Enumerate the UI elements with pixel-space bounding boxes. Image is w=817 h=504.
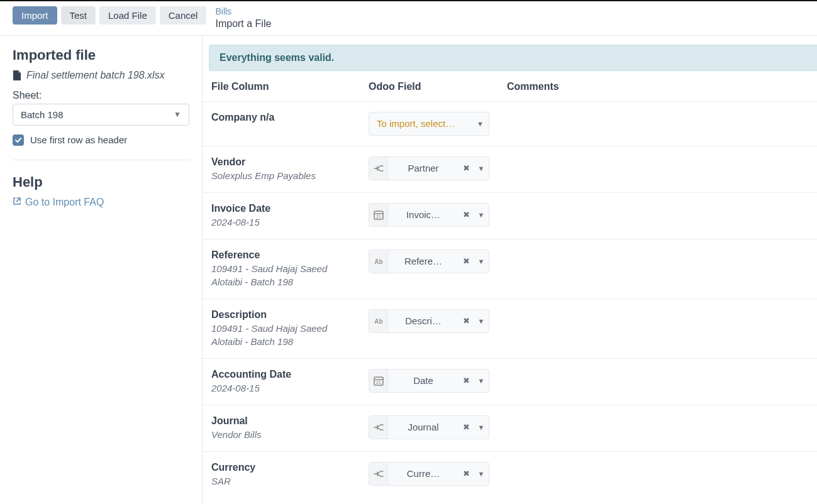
field-type-icon xyxy=(369,310,388,332)
odoo-field-label: Invoic… xyxy=(388,204,459,226)
file-column-name: Journal xyxy=(211,415,369,427)
mapping-row: Accounting Date 2024-08-15 Date ✖ ▼ xyxy=(203,358,817,405)
clear-field-icon[interactable]: ✖ xyxy=(459,250,474,273)
file-icon xyxy=(13,70,21,81)
file-column-sample: 109491 - Saud Hajaj Saeed Alotaibi - Bat… xyxy=(211,322,343,348)
clear-field-icon[interactable]: ✖ xyxy=(459,463,474,485)
header-odoo-field: Odoo Field xyxy=(369,81,507,92)
mapping-row: Invoice Date 2024-08-15 Invoic… ✖ ▼ xyxy=(203,192,817,239)
file-column-name: Accounting Date xyxy=(211,369,369,380)
breadcrumb-parent-link[interactable]: Bills xyxy=(215,6,271,18)
first-row-header-label: Use first row as header xyxy=(30,134,127,145)
mapping-row: Reference 109491 - Saud Hajaj Saeed Alot… xyxy=(203,239,817,299)
divider xyxy=(13,160,189,160)
topbar: Import Test Load File Cancel Bills Impor… xyxy=(0,0,817,35)
mapping-row: Currency SAR Curre… ✖ ▼ xyxy=(203,451,817,498)
file-column-name: Reference xyxy=(211,249,369,261)
help-heading: Help xyxy=(13,174,189,190)
mapping-row: Company n/a To import, select… ▼ xyxy=(203,101,817,146)
odoo-field-select-empty[interactable]: To import, select… ▼ xyxy=(369,112,489,136)
mapping-row: Journal Vendor Bills Journal ✖ ▼ xyxy=(203,405,817,451)
odoo-field-label: Journal xyxy=(388,416,459,439)
chevron-down-icon: ▼ xyxy=(174,110,181,119)
file-column-name: Company n/a xyxy=(211,112,369,123)
file-column-sample: Solexplus Emp Payables xyxy=(211,169,343,182)
field-type-icon xyxy=(369,204,388,226)
clear-field-icon[interactable]: ✖ xyxy=(459,416,474,439)
odoo-field-label: Date xyxy=(388,370,459,392)
field-type-icon xyxy=(369,370,388,392)
odoo-field-placeholder: To import, select… xyxy=(377,118,473,129)
odoo-field-label: Refere… xyxy=(388,250,459,273)
sheet-selected-value: Batch 198 xyxy=(21,109,64,120)
odoo-field-select[interactable]: Curre… ✖ ▼ xyxy=(369,462,489,486)
caret-down-icon: ▼ xyxy=(473,120,484,128)
caret-down-icon[interactable]: ▼ xyxy=(474,416,489,439)
file-column-name: Invoice Date xyxy=(211,203,369,214)
odoo-field-select[interactable]: Journal ✖ ▼ xyxy=(369,415,489,439)
header-file-column: File Column xyxy=(211,81,369,92)
sheet-select[interactable]: Batch 198 ▼ xyxy=(13,104,189,126)
odoo-field-select[interactable]: Partner ✖ ▼ xyxy=(369,156,489,180)
header-comments: Comments xyxy=(507,81,817,92)
caret-down-icon[interactable]: ▼ xyxy=(474,250,489,273)
file-column-sample: 109491 - Saud Hajaj Saeed Alotaibi - Bat… xyxy=(211,262,343,288)
clear-field-icon[interactable]: ✖ xyxy=(459,157,474,180)
field-type-icon xyxy=(369,157,388,180)
clear-field-icon[interactable]: ✖ xyxy=(459,204,474,226)
columns-header: File Column Odoo Field Comments xyxy=(203,71,817,101)
odoo-field-label: Descri… xyxy=(388,310,459,332)
field-type-icon xyxy=(369,416,388,439)
validation-alert: Everything seems valid. xyxy=(209,45,817,71)
caret-down-icon[interactable]: ▼ xyxy=(474,310,489,332)
odoo-field-select[interactable]: Refere… ✖ ▼ xyxy=(369,249,489,273)
caret-down-icon[interactable]: ▼ xyxy=(474,463,489,485)
clear-field-icon[interactable]: ✖ xyxy=(459,310,474,332)
content: Everything seems valid. File Column Odoo… xyxy=(203,36,817,504)
imported-file-heading: Imported file xyxy=(13,47,189,63)
load-file-button[interactable]: Load File xyxy=(99,6,156,25)
caret-down-icon[interactable]: ▼ xyxy=(474,204,489,226)
field-type-icon xyxy=(369,463,388,485)
file-column-name: Description xyxy=(211,309,369,320)
odoo-field-select[interactable]: Date ✖ ▼ xyxy=(369,369,489,393)
import-faq-link[interactable]: Go to Import FAQ xyxy=(13,197,189,208)
breadcrumb-current: Import a File xyxy=(215,18,271,30)
import-button[interactable]: Import xyxy=(13,6,57,25)
mapping-row: Vendor Solexplus Emp Payables Partner ✖ … xyxy=(203,146,817,192)
file-column-name: Currency xyxy=(211,462,369,473)
file-column-name: Vendor xyxy=(211,156,369,168)
file-column-sample: Vendor Bills xyxy=(211,428,343,441)
sidebar: Imported file Final settlement batch 198… xyxy=(0,36,203,504)
odoo-field-select[interactable]: Descri… ✖ ▼ xyxy=(369,309,489,333)
breadcrumb: Bills Import a File xyxy=(215,6,271,30)
clear-field-icon[interactable]: ✖ xyxy=(459,370,474,392)
imported-file-name: Final settlement batch 198.xlsx xyxy=(26,70,165,81)
import-faq-link-label: Go to Import FAQ xyxy=(25,197,104,208)
mapping-row: Description 109491 - Saud Hajaj Saeed Al… xyxy=(203,299,817,358)
file-column-sample: 2024-08-15 xyxy=(211,216,343,229)
caret-down-icon[interactable]: ▼ xyxy=(474,157,489,180)
odoo-field-label: Curre… xyxy=(388,463,459,485)
field-type-icon xyxy=(369,250,388,273)
first-row-header-checkbox[interactable] xyxy=(13,134,24,146)
sheet-label: Sheet: xyxy=(13,90,189,101)
odoo-field-select[interactable]: Invoic… ✖ ▼ xyxy=(369,203,489,227)
file-column-sample: SAR xyxy=(211,474,343,488)
cancel-button[interactable]: Cancel xyxy=(160,6,207,25)
caret-down-icon[interactable]: ▼ xyxy=(474,370,489,392)
test-button[interactable]: Test xyxy=(61,6,96,25)
external-link-icon xyxy=(13,197,21,208)
file-column-sample: 2024-08-15 xyxy=(211,381,343,395)
odoo-field-label: Partner xyxy=(388,157,459,180)
